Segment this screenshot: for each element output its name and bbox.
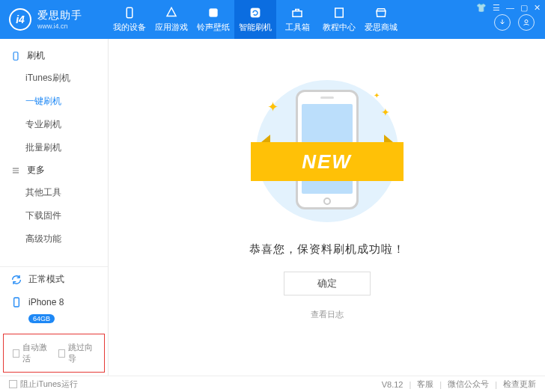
main-content: ✦ ✦ ✦ NEW 恭喜您，保资料刷机成功啦！ 确定 查看日志 bbox=[109, 39, 545, 376]
sidebar: 刷机 iTunes刷机 一键刷机 专业刷机 批量刷机 更多 其他工具 下载固件 … bbox=[0, 39, 109, 376]
view-log-link[interactable]: 查看日志 bbox=[311, 309, 344, 320]
menu-icon[interactable]: ☰ bbox=[493, 3, 500, 13]
logo-icon: i4 bbox=[9, 8, 31, 31]
checkbox-icon bbox=[58, 349, 65, 358]
brand-name: 爱思助手 bbox=[37, 9, 82, 22]
sidebar-item-itunes-flash[interactable]: iTunes刷机 bbox=[25, 67, 108, 90]
support-link[interactable]: 客服 bbox=[417, 379, 433, 390]
checkbox-block-itunes[interactable]: 阻止iTunes运行 bbox=[9, 379, 78, 390]
version-label: V8.12 bbox=[382, 380, 404, 389]
nav-ringtones[interactable]: 铃声壁纸 bbox=[192, 0, 234, 39]
success-message: 恭喜您，保资料刷机成功啦！ bbox=[249, 242, 405, 257]
sidebar-group-more[interactable]: 更多 bbox=[0, 159, 108, 181]
device-mode[interactable]: 正常模式 bbox=[0, 267, 108, 292]
brand-url: www.i4.cn bbox=[37, 22, 82, 30]
svg-rect-6 bbox=[13, 52, 18, 60]
ok-button[interactable]: 确定 bbox=[284, 272, 371, 295]
svg-rect-3 bbox=[293, 11, 302, 17]
nav-my-device[interactable]: 我的设备 bbox=[109, 0, 150, 39]
success-illustration: ✦ ✦ ✦ NEW bbox=[245, 76, 409, 226]
storage-badge: 64GB bbox=[28, 314, 55, 323]
music-icon bbox=[207, 6, 220, 19]
svg-rect-0 bbox=[127, 7, 133, 18]
sparkle-icon: ✦ bbox=[374, 91, 380, 99]
checkbox-icon bbox=[9, 380, 17, 388]
checkbox-skip-guide[interactable]: 跳过向导 bbox=[58, 342, 95, 364]
minimize-icon[interactable]: — bbox=[506, 3, 514, 13]
sidebar-item-pro-flash[interactable]: 专业刷机 bbox=[25, 113, 108, 136]
nav-tutorials[interactable]: 教程中心 bbox=[318, 0, 360, 39]
main-nav: 我的设备 应用游戏 铃声壁纸 智能刷机 工具箱 教程中心 爱思商城 bbox=[109, 0, 402, 39]
download-button[interactable] bbox=[494, 14, 511, 31]
svg-rect-1 bbox=[210, 9, 218, 17]
sync-icon bbox=[10, 274, 22, 286]
user-button[interactable] bbox=[518, 14, 535, 31]
sidebar-group-flash[interactable]: 刷机 bbox=[0, 45, 108, 67]
flash-options: 自动激活 跳过向导 bbox=[3, 334, 105, 373]
svg-rect-2 bbox=[251, 8, 260, 17]
phone-icon bbox=[123, 6, 136, 19]
device-name: iPhone 8 bbox=[28, 297, 64, 307]
device-info[interactable]: iPhone 8 64GB bbox=[0, 292, 108, 331]
nav-mall[interactable]: 爱思商城 bbox=[360, 0, 402, 39]
refresh-icon bbox=[249, 6, 262, 19]
sidebar-item-oneclick-flash[interactable]: 一键刷机 bbox=[25, 90, 108, 113]
shirt-icon[interactable]: 👕 bbox=[476, 3, 487, 13]
logo: i4 爱思助手 www.i4.cn bbox=[0, 8, 109, 31]
toolbox-icon bbox=[290, 6, 304, 19]
wechat-link[interactable]: 微信公众号 bbox=[448, 379, 489, 390]
nav-toolbox[interactable]: 工具箱 bbox=[276, 0, 318, 39]
device-icon bbox=[10, 296, 22, 308]
close-icon[interactable]: ✕ bbox=[534, 3, 541, 13]
sparkle-icon: ✦ bbox=[381, 106, 390, 118]
app-header: 👕 ☰ — ▢ ✕ i4 爱思助手 www.i4.cn 我的设备 应用游戏 铃声… bbox=[0, 0, 545, 39]
nav-flash[interactable]: 智能刷机 bbox=[234, 0, 276, 39]
sparkle-icon: ✦ bbox=[267, 99, 278, 115]
book-icon bbox=[332, 6, 346, 19]
check-update-link[interactable]: 检查更新 bbox=[503, 379, 536, 390]
sidebar-item-download-firmware[interactable]: 下载固件 bbox=[25, 204, 108, 227]
svg-point-5 bbox=[525, 20, 528, 23]
shop-icon bbox=[374, 6, 388, 19]
svg-rect-4 bbox=[335, 8, 344, 17]
checkbox-auto-activate[interactable]: 自动激活 bbox=[13, 342, 49, 364]
svg-rect-7 bbox=[14, 298, 19, 307]
sidebar-item-other-tools[interactable]: 其他工具 bbox=[25, 181, 108, 204]
new-ribbon: NEW bbox=[251, 142, 404, 181]
maximize-icon[interactable]: ▢ bbox=[520, 3, 528, 13]
checkbox-icon bbox=[13, 349, 19, 358]
appstore-icon bbox=[165, 6, 178, 19]
phone-outline-icon bbox=[10, 51, 21, 61]
sidebar-item-advanced[interactable]: 高级功能 bbox=[25, 227, 108, 251]
window-controls: 👕 ☰ — ▢ ✕ bbox=[476, 3, 541, 13]
status-bar: 阻止iTunes运行 V8.12 | 客服 | 微信公众号 | 检查更新 bbox=[0, 376, 545, 392]
nav-apps[interactable]: 应用游戏 bbox=[150, 0, 192, 39]
sidebar-item-batch-flash[interactable]: 批量刷机 bbox=[25, 136, 108, 159]
list-icon bbox=[10, 165, 21, 176]
